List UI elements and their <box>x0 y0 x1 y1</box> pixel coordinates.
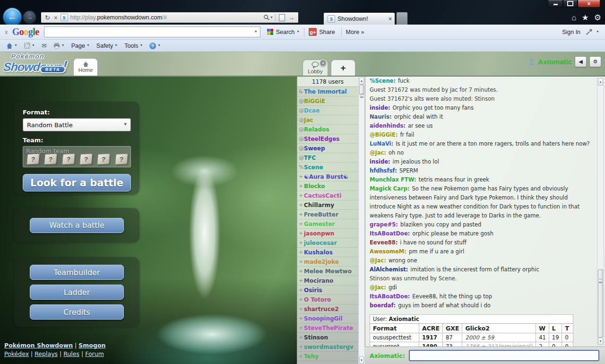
chat-username[interactable]: @BiGGiE: <box>370 131 398 138</box>
close-button[interactable]: × <box>578 0 600 8</box>
address-bar[interactable]: S http://play.pokemonshowdown.com/# <box>41 12 299 23</box>
scroll-down-button[interactable] <box>359 356 364 364</box>
read-mail-button[interactable] <box>39 42 49 49</box>
ladder-button[interactable]: Ladder <box>30 285 124 300</box>
footer-link[interactable]: Pokédex <box>4 350 29 357</box>
userlist-scrollbar[interactable] <box>358 77 365 364</box>
user-list-item[interactable]: @ TFC <box>297 153 358 163</box>
user-list-item[interactable]: @ BiGGiE <box>297 96 358 106</box>
chat-username[interactable]: Magick Carp: <box>370 185 410 192</box>
scrollbar-thumb[interactable] <box>359 85 364 95</box>
user-list-item[interactable]: + made2joke <box>297 257 358 267</box>
home-menu-button[interactable] <box>4 43 20 49</box>
options-button[interactable] <box>589 56 601 67</box>
user-list-item[interactable]: @ Sweep <box>297 144 358 153</box>
footer-link[interactable]: Replays <box>35 350 58 357</box>
user-list-item[interactable]: @ Dcae <box>297 106 358 115</box>
user-list-item[interactable]: + shartruce2 <box>297 304 358 314</box>
team-select[interactable]: Random team <box>23 146 131 167</box>
user-list-item[interactable]: + O Totoro <box>297 295 358 304</box>
scrollbar-thumb[interactable] <box>598 269 603 338</box>
google-search-box[interactable] <box>44 26 260 37</box>
chat-username[interactable]: AwesomeM: <box>370 248 406 255</box>
user-list-item[interactable]: @ Jac <box>297 115 358 125</box>
user-list-item[interactable]: + Kushalos <box>297 248 358 257</box>
new-tab-button[interactable] <box>396 12 408 25</box>
stop-icon[interactable] <box>54 15 58 21</box>
print-menu-button[interactable] <box>51 43 67 49</box>
user-list-item[interactable]: + swordmastergv <box>297 342 358 352</box>
user-list-item[interactable]: + jasonpwn <box>297 229 358 238</box>
user-list-item[interactable]: + Melee Mewtwo <box>297 267 358 276</box>
user-list-item[interactable]: & The Immortal <box>297 87 358 96</box>
new-room-tab-button[interactable] <box>331 60 355 76</box>
feeds-menu-button[interactable] <box>22 43 37 49</box>
scroll-up-button[interactable] <box>359 77 364 85</box>
compatibility-view-icon[interactable] <box>279 14 285 21</box>
chat-username[interactable]: Eevee88: <box>370 239 398 246</box>
refresh-icon[interactable] <box>45 15 50 21</box>
page-menu-button[interactable]: Page <box>69 43 92 49</box>
chat-username[interactable]: @Jac: <box>370 284 386 291</box>
user-list-item[interactable]: + Stinson <box>297 333 358 342</box>
google-plus-icon[interactable]: g+ <box>309 28 317 36</box>
credits-button[interactable]: Credits <box>30 304 124 320</box>
chat-username[interactable]: inside: <box>370 104 390 111</box>
chat-input[interactable] <box>409 350 599 361</box>
user-list-item[interactable]: + Osiris <box>297 286 358 295</box>
search-button[interactable]: Search <box>276 29 295 35</box>
chat-username[interactable]: hfdhsfsf: <box>370 167 397 174</box>
home-icon[interactable] <box>571 13 576 23</box>
safety-menu-button[interactable]: Safety <box>94 43 120 49</box>
chat-username[interactable]: Munchlax FTW: <box>370 176 416 183</box>
browser-tab-showdown[interactable]: S Showdown! <box>323 12 395 25</box>
share-button[interactable]: Share <box>319 29 335 35</box>
tab-lobby[interactable]: Lobby <box>302 60 328 76</box>
username-button[interactable]: Axiomatic <box>538 58 572 66</box>
tab-close-icon[interactable] <box>389 16 392 22</box>
user-list-item[interactable]: + SnoopingGil <box>297 314 358 323</box>
back-button[interactable] <box>2 7 22 27</box>
user-list-item[interactable]: @ SteelEdges <box>297 134 358 144</box>
sound-button[interactable] <box>575 56 587 67</box>
chat-username[interactable]: ItsABoatDoe: <box>370 293 410 300</box>
tab-home[interactable]: Home <box>73 58 98 76</box>
scroll-down-button[interactable] <box>598 338 603 345</box>
chat-username[interactable]: aidenhinds: <box>370 122 406 129</box>
user-list-item[interactable]: + juleocesar <box>297 238 358 248</box>
search-icon[interactable] <box>263 14 270 21</box>
wrench-icon[interactable] <box>586 28 593 35</box>
chat-username[interactable]: AlAlchemist: <box>370 266 408 273</box>
user-list-item[interactable]: + Chillarmy <box>297 200 358 210</box>
favorites-icon[interactable] <box>582 13 589 23</box>
chat-username[interactable]: @Jac: <box>370 257 386 264</box>
minimize-button[interactable] <box>548 0 563 8</box>
footer-link[interactable]: Smogon <box>78 342 105 349</box>
chat-scrollbar[interactable] <box>597 78 604 346</box>
chat-username[interactable]: Nauris: <box>370 113 392 120</box>
help-menu-button[interactable] <box>147 43 163 49</box>
search-options-dropdown-icon[interactable] <box>296 30 300 33</box>
search-dropdown-icon[interactable] <box>270 16 273 19</box>
search-history-dropdown-icon[interactable] <box>254 30 258 33</box>
maximize-button[interactable] <box>563 0 578 8</box>
user-list-item[interactable]: + Blocko <box>297 182 358 191</box>
chat-username[interactable]: @Jac: <box>370 149 386 156</box>
footer-link[interactable]: Pokémon Showdown <box>4 342 73 349</box>
user-list-item[interactable]: + Tehy <box>297 352 358 361</box>
user-list-item[interactable]: + FreeButter <box>297 210 358 219</box>
user-list-item[interactable]: + CactusCacti <box>297 191 358 200</box>
tools-menu-button[interactable]: Tools <box>122 43 145 49</box>
chat-username[interactable]: %Scene: <box>370 78 396 84</box>
more-button[interactable]: More » <box>346 29 364 35</box>
chat-username[interactable]: grape#5: <box>370 221 398 228</box>
user-list-item[interactable]: + Gamester <box>297 219 358 229</box>
user-list-item[interactable]: % Scene <box>297 163 358 172</box>
forward-button[interactable] <box>22 10 37 25</box>
google-search-input[interactable] <box>44 28 254 36</box>
go-icon[interactable] <box>288 15 294 21</box>
scroll-up-button[interactable] <box>598 78 603 86</box>
find-battle-button[interactable]: Look for a battle <box>23 174 131 191</box>
lobby-close-button[interactable] <box>320 60 327 67</box>
format-select[interactable]: Random Battle <box>23 118 131 131</box>
